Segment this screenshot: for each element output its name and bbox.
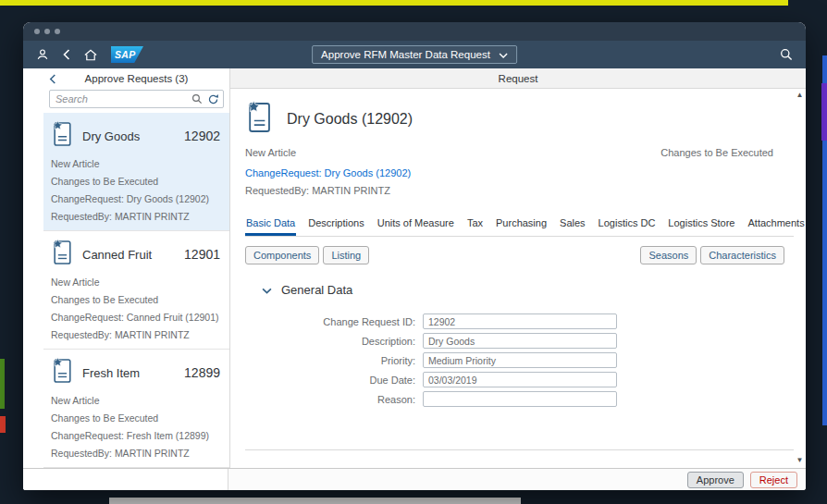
object-attributes-row: New Article Changes to Be Executed: [245, 147, 784, 158]
list-item[interactable]: Canned Fruit 12901 New Article Changes t…: [43, 231, 229, 350]
search-icon[interactable]: [780, 48, 793, 61]
list-item-requested-by: RequestedBy: MARTIN PRINTZ: [51, 211, 220, 222]
list-item-change-request: ChangeRequest: Dry Goods (12902): [51, 193, 220, 204]
spacer: [245, 411, 794, 449]
object-title-row: Dry Goods (12902): [245, 100, 784, 139]
list-item-requested-by: RequestedBy: MARTIN PRINTZ: [51, 448, 220, 459]
list-item-header: Fresh Item 12899: [51, 357, 220, 388]
list-item-id: 12902: [184, 129, 220, 143]
due-date-label: Due Date:: [245, 375, 423, 386]
shell-center-group: Approve RFM Master Data Request: [312, 45, 517, 64]
seasons-button[interactable]: Seasons: [640, 246, 697, 264]
listing-button[interactable]: Listing: [323, 246, 369, 264]
toolbar-left-group: Components Listing: [245, 246, 369, 264]
object-status: Changes to Be Executed: [660, 147, 773, 158]
section-collapse-icon[interactable]: [262, 281, 272, 298]
request-document-star-icon: [51, 239, 73, 270]
approve-button[interactable]: Approve: [687, 472, 744, 488]
sap-logo: SAP: [111, 46, 143, 63]
form-row: Description:: [245, 333, 794, 349]
list-item-status: Changes to Be Executed: [51, 176, 220, 187]
general-data-section-header[interactable]: General Data: [245, 281, 794, 298]
glitch-strip-left-green: [0, 359, 5, 409]
master-back-icon[interactable]: [49, 74, 56, 84]
list-item[interactable]: Fresh Item 12899 New Article Changes to …: [43, 350, 229, 468]
list-item-header: Dry Goods 12902: [51, 120, 220, 152]
tab-purchasing[interactable]: Purchasing: [495, 212, 548, 236]
list-item-title: Fresh Item: [82, 366, 140, 380]
scroll-down-icon[interactable]: ▼: [796, 457, 804, 464]
window-control-minimize[interactable]: [44, 29, 50, 34]
form-row: Due Date:: [245, 372, 794, 387]
list-item-type: New Article: [51, 158, 220, 169]
back-icon[interactable]: [63, 49, 70, 60]
reason-field[interactable]: [423, 391, 617, 407]
glitch-strip-top: [0, 0, 788, 6]
tab-logistics-store[interactable]: Logistics Store: [667, 212, 735, 236]
due-date-field[interactable]: [423, 372, 617, 387]
toolbar-right-group: Seasons Characteristics: [640, 246, 784, 264]
glitch-strip-left-red: [0, 416, 6, 433]
user-icon[interactable]: [36, 48, 49, 61]
detail-toolbar: Components Listing Seasons Characteristi…: [245, 246, 794, 264]
object-title: Dry Goods (12902): [287, 111, 413, 128]
list-item-title: Dry Goods: [82, 129, 140, 143]
window-titlebar: [23, 22, 806, 41]
list-item-change-request: ChangeRequest: Canned Fruit (12901): [51, 312, 220, 323]
master-panel-title: Approve Requests (3): [43, 73, 229, 84]
characteristics-button[interactable]: Characteristics: [700, 246, 784, 264]
change-request-id-label: Change Request ID:: [245, 316, 423, 327]
app-title-dropdown[interactable]: Approve RFM Master Data Request: [312, 45, 517, 64]
list-item-id: 12901: [184, 247, 220, 262]
sap-logo-text: SAP: [115, 49, 136, 60]
section-title: General Data: [281, 283, 352, 297]
glitch-strip-bottom: [109, 498, 521, 504]
shell-left-group: SAP: [36, 46, 143, 63]
split-content: Approve Requests (3): [23, 68, 806, 468]
list-item-status: Changes to Be Executed: [51, 294, 220, 305]
refresh-icon[interactable]: [207, 93, 219, 105]
app-title-text: Approve RFM Master Data Request: [321, 49, 490, 60]
change-request-id-field[interactable]: [423, 313, 617, 329]
glitch-strip-right-purple: [821, 83, 827, 141]
detail-scrollbar[interactable]: ▲ ▼: [794, 89, 806, 468]
search-input[interactable]: [56, 93, 187, 104]
tab-logistics-dc[interactable]: Logistics DC: [598, 212, 657, 236]
list-item-type: New Article: [51, 395, 220, 406]
desktop: { "colors": { "shell_bg": "#354a5f", "li…: [0, 0, 827, 504]
object-type: New Article: [245, 147, 296, 158]
form-row: Change Request ID:: [245, 313, 794, 329]
scroll-up-icon[interactable]: ▲: [796, 92, 804, 99]
chevron-down-icon: [499, 49, 508, 60]
list-item-type: New Article: [51, 277, 220, 288]
tab-sales[interactable]: Sales: [559, 212, 586, 236]
home-icon[interactable]: [84, 49, 97, 61]
description-label: Description:: [245, 336, 423, 347]
icon-tab-bar: Basic Data Descriptions Units of Measure…: [245, 212, 794, 237]
description-field[interactable]: [423, 333, 617, 349]
window-control-close[interactable]: [34, 29, 40, 34]
spacer: [245, 450, 794, 468]
requested-by-text: RequestedBy: MARTIN PRINTZ: [245, 185, 784, 196]
tab-tax[interactable]: Tax: [466, 212, 484, 236]
tab-basic-data[interactable]: Basic Data: [245, 212, 296, 236]
object-header: Dry Goods (12902) New Article Changes to…: [245, 89, 794, 196]
window-control-zoom[interactable]: [55, 29, 60, 34]
shell-header: SAP Approve RFM Master Data Request: [23, 41, 806, 68]
priority-field[interactable]: [423, 352, 617, 368]
list-item-header: Canned Fruit 12901: [51, 239, 220, 270]
list-search-icon[interactable]: [191, 93, 203, 104]
change-request-link[interactable]: ChangeRequest: Dry Goods (12902): [245, 167, 784, 178]
components-button[interactable]: Components: [245, 246, 319, 264]
app-window: SAP Approve RFM Master Data Request Appr…: [23, 22, 806, 490]
master-search-bar: [49, 90, 224, 108]
footer-master-section: [23, 469, 228, 490]
list-item[interactable]: Dry Goods 12902 New Article Changes to B…: [43, 113, 229, 231]
request-document-star-icon: [51, 120, 73, 152]
tab-descriptions[interactable]: Descriptions: [307, 212, 365, 236]
reject-button[interactable]: Reject: [750, 472, 797, 488]
tab-units-of-measure[interactable]: Units of Measure: [376, 212, 455, 236]
detail-panel: Request Dry Goods (12902) New Article Ch…: [230, 68, 806, 468]
shell-right-group: [780, 48, 793, 61]
request-document-star-icon: [51, 357, 73, 388]
